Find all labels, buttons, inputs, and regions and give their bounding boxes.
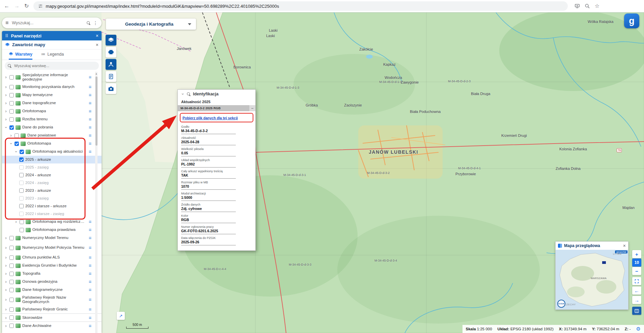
layer-checkbox[interactable] bbox=[9, 307, 14, 312]
layer-row[interactable]: 2025 - zasięg bbox=[2, 163, 102, 171]
layer-menu-icon[interactable]: ≡ bbox=[89, 227, 91, 233]
layer-row[interactable]: ›Ortofotomapa≡ bbox=[2, 107, 102, 115]
layer-checkbox[interactable] bbox=[19, 173, 24, 177]
layer-menu-icon[interactable]: ≡ bbox=[89, 287, 91, 293]
layer-checkbox[interactable] bbox=[9, 75, 14, 80]
layer-checkbox[interactable] bbox=[9, 272, 14, 276]
layer-row[interactable]: ›Dane Archiwalne≡ bbox=[2, 322, 102, 330]
chevron-right-icon[interactable]: › bbox=[4, 297, 8, 302]
layer-checkbox[interactable] bbox=[19, 204, 24, 208]
chevron-right-icon[interactable]: › bbox=[4, 279, 8, 284]
layer-row[interactable]: ›Ortofotomapa wg aktualności≡ bbox=[2, 148, 102, 156]
map-content-close-icon[interactable]: × bbox=[96, 42, 99, 47]
layer-checkbox[interactable] bbox=[15, 142, 19, 146]
layer-row[interactable]: ›Ortofotomapa≡ bbox=[2, 140, 102, 148]
layer-menu-icon[interactable]: ≡ bbox=[89, 133, 91, 138]
chevron-right-icon[interactable]: › bbox=[4, 287, 8, 292]
layer-menu-icon[interactable]: ≡ bbox=[89, 141, 91, 146]
address-bar[interactable]: mapy.geoportal.gov.pl/imapnext/imap/inde… bbox=[33, 1, 567, 11]
chevron-right-icon[interactable]: › bbox=[4, 85, 8, 89]
chevron-right-icon[interactable]: › bbox=[4, 101, 8, 105]
layer-checkbox[interactable] bbox=[19, 212, 24, 216]
layer-menu-icon[interactable]: ≡ bbox=[89, 100, 91, 106]
layer-menu-icon[interactable]: ≡ bbox=[89, 263, 91, 268]
previous-view-button[interactable]: ← bbox=[632, 286, 641, 295]
download-data-link[interactable]: Pobierz plik danych dla tej sekcji bbox=[183, 116, 238, 120]
tab-layers[interactable]: Warstwy bbox=[9, 50, 32, 60]
chevron-right-icon[interactable]: › bbox=[14, 219, 18, 224]
layer-row[interactable]: ›Mapy tematyczne≡ bbox=[2, 91, 102, 99]
search-icon[interactable] bbox=[87, 21, 90, 25]
camera-tool-button[interactable] bbox=[106, 83, 116, 94]
layers-tool-button[interactable] bbox=[106, 35, 116, 46]
layer-row[interactable]: ›Dane fotogrametryczne≡ bbox=[2, 286, 102, 294]
layer-row[interactable]: ›Ortofotomapa wg rozdzielczości≡ bbox=[2, 218, 102, 226]
layer-checkbox[interactable] bbox=[9, 255, 14, 260]
layer-checkbox[interactable] bbox=[9, 315, 14, 320]
chevron-right-icon[interactable]: › bbox=[4, 315, 8, 320]
chevron-right-icon[interactable]: › bbox=[4, 263, 8, 268]
scroll-up-icon[interactable]: ▲ bbox=[95, 72, 97, 75]
layer-checkbox[interactable] bbox=[9, 236, 14, 240]
layer-search-box[interactable] bbox=[5, 62, 99, 70]
layer-menu-icon[interactable]: ≡ bbox=[89, 109, 91, 114]
menu-hamburger-icon[interactable]: ≡ bbox=[5, 20, 8, 26]
layer-checkbox[interactable] bbox=[9, 246, 14, 250]
layer-row[interactable]: ›Dane powiatowe≡ bbox=[2, 131, 102, 140]
scrollbar-thumb[interactable] bbox=[95, 77, 97, 146]
chevron-right-icon[interactable]: › bbox=[4, 245, 8, 250]
chevron-down-icon[interactable]: › bbox=[4, 126, 8, 129]
minimize-icon[interactable]: – bbox=[249, 105, 255, 111]
chevron-down-icon[interactable]: › bbox=[9, 142, 13, 146]
layer-row[interactable]: ›Dane topograficzne≡ bbox=[2, 99, 102, 107]
chevron-right-icon[interactable]: › bbox=[4, 75, 8, 80]
layer-menu-icon[interactable]: ≡ bbox=[89, 149, 91, 154]
layer-menu-icon[interactable]: ≡ bbox=[89, 74, 91, 80]
layer-checkbox[interactable] bbox=[9, 109, 14, 114]
layer-row[interactable]: 2024 - arkusze bbox=[2, 171, 102, 179]
open-external-button[interactable]: ↗ bbox=[117, 312, 125, 320]
layer-row[interactable]: ›Numeryczny Model Pokrycia Terenu≡ bbox=[2, 242, 102, 253]
layer-checkbox[interactable] bbox=[9, 264, 14, 268]
layer-checkbox[interactable] bbox=[19, 181, 24, 185]
overview-map[interactable]: geoportal GUGiK WARSZAWACZECHYLITWA bbox=[556, 250, 628, 309]
layer-row[interactable]: 2022 i starsze - arkusze bbox=[2, 202, 102, 210]
zoom-page-icon[interactable] bbox=[585, 3, 590, 9]
layer-row[interactable]: 2022 i starsze - zasięg bbox=[2, 210, 102, 218]
layer-row[interactable]: ›Chmura punktów ALS≡ bbox=[2, 253, 102, 262]
layer-checkbox[interactable] bbox=[19, 196, 24, 201]
settings-gear-icon[interactable]: ⚙ bbox=[636, 326, 641, 332]
layer-checkbox[interactable] bbox=[9, 324, 14, 328]
more-options-icon[interactable]: ⋮ bbox=[93, 20, 98, 26]
print-tool-button[interactable] bbox=[106, 47, 116, 58]
search-input[interactable] bbox=[11, 20, 84, 26]
layer-menu-icon[interactable]: ≡ bbox=[89, 307, 91, 312]
layer-row[interactable]: ›Rzeźba terenu≡ bbox=[2, 115, 102, 123]
zoom-in-button[interactable]: + bbox=[632, 250, 641, 258]
layer-row[interactable]: ›Specjalistyczne informacje geodezyjne≡ bbox=[2, 71, 102, 83]
layer-menu-icon[interactable]: ≡ bbox=[89, 297, 91, 302]
chevron-down-icon[interactable]: › bbox=[14, 150, 19, 154]
layer-checkbox[interactable] bbox=[9, 280, 14, 284]
next-view-button[interactable]: → bbox=[632, 296, 641, 304]
chevron-right-icon[interactable]: › bbox=[4, 271, 8, 276]
layer-checkbox[interactable] bbox=[9, 125, 14, 130]
overview-close-icon[interactable]: × bbox=[623, 243, 626, 248]
layer-checkbox[interactable] bbox=[20, 150, 24, 154]
site-info-icon[interactable] bbox=[38, 4, 43, 8]
chevron-right-icon[interactable]: › bbox=[4, 93, 8, 97]
layer-row[interactable]: 2023 - arkusze bbox=[2, 187, 102, 194]
layer-menu-icon[interactable]: ≡ bbox=[89, 219, 91, 224]
layer-row[interactable]: ›Monitoring pozyskania danych≡ bbox=[2, 83, 102, 91]
panel-close-icon[interactable]: × bbox=[96, 33, 99, 38]
layer-row[interactable]: ›Numeryczny Model Terenu≡ bbox=[2, 234, 102, 242]
layer-checkbox[interactable] bbox=[19, 165, 24, 170]
chevron-right-icon[interactable]: › bbox=[4, 307, 8, 312]
chevron-right-icon[interactable]: › bbox=[4, 236, 8, 240]
layer-menu-icon[interactable]: ≡ bbox=[89, 315, 91, 321]
geoportal-logo[interactable]: g bbox=[624, 13, 639, 28]
layer-row[interactable]: ›Osnowa geodezyjna≡ bbox=[2, 278, 102, 286]
layer-row[interactable]: ›Topografia≡ bbox=[2, 270, 102, 278]
global-search-box[interactable]: ≡ ⋮ bbox=[2, 18, 102, 28]
layer-checkbox[interactable] bbox=[9, 93, 14, 97]
